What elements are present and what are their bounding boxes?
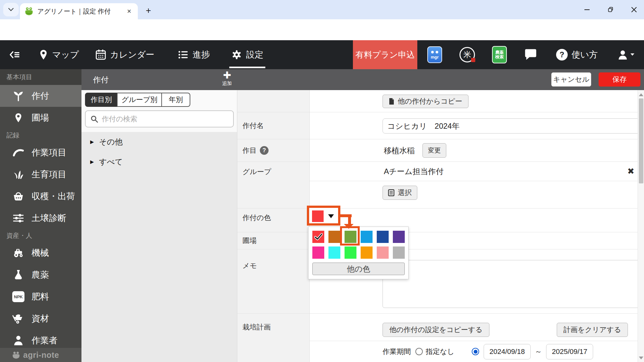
color-swatch[interactable] [361,231,373,243]
tab-close-icon[interactable]: ✕ [125,7,133,15]
sidebar-item-pesticides[interactable]: 農薬 [0,264,81,286]
sidebar-section-basic: 基本項目 [0,69,81,85]
progress-list-icon [178,50,189,60]
color-swatch[interactable] [345,231,356,243]
color-swatch[interactable] [328,231,340,243]
planting-search-box[interactable] [85,110,234,127]
remove-group-icon[interactable]: ✖ [627,166,634,176]
flask-icon [13,269,24,280]
npk-barrel-icon: NPK [12,291,24,302]
agrinote-manager-icon[interactable]: mgr [427,46,442,63]
sidebar-item-work-items[interactable]: 作業項目 [0,142,81,163]
period-separator: ～ [535,347,542,357]
save-button[interactable]: 保存 [599,72,640,87]
select-group-button[interactable]: 選択 [383,186,417,200]
radio-no-period[interactable] [415,348,423,355]
restore-icon [607,6,614,13]
add-button[interactable]: ✚ 追加 [217,70,237,87]
group-row-all[interactable]: ▶ すべて [81,152,237,172]
list-select-icon [388,189,394,196]
pesticide-search-icon[interactable]: 農薬 検索 [492,46,507,63]
frog-eyes-icon [431,51,438,53]
search-input[interactable] [102,115,229,123]
sliders-icon [13,213,24,223]
period-start-input[interactable] [484,344,531,359]
radio-period-specified[interactable] [472,348,479,355]
window-minimize-button[interactable] [580,0,594,19]
sidebar-item-materials[interactable]: 資材 [0,308,81,330]
scroll-up-icon[interactable] [639,93,643,96]
nav-item-map[interactable]: マップ [39,40,79,69]
sidebar-item-soil-diagnosis[interactable]: 土壌診断 [0,207,81,229]
color-swatch[interactable] [377,231,389,243]
new-tab-button[interactable]: + [143,5,154,16]
wheelbarrow-icon [12,313,24,324]
sidebar-item-growth-items[interactable]: 生育項目 [0,163,81,185]
window-restore-button[interactable] [603,0,618,19]
rice-app-icon[interactable]: 米 [459,47,475,62]
planting-list-panel: 作目別 グループ別 年別 ▶ その他 ▶ すべて [81,90,237,362]
sidebar-item-fertilizers[interactable]: NPK 肥料 [0,286,81,308]
scrollbar-thumb[interactable] [639,98,643,183]
tab-by-group[interactable]: グループ別 [117,93,162,107]
sidebar-item-field[interactable]: 圃場 [0,107,81,129]
group-label-all: すべて [99,157,123,167]
clear-plan-button[interactable]: 計画をクリアする [557,323,628,337]
question-icon: ? [556,49,568,60]
nav-item-progress[interactable]: 進捗 [178,40,210,69]
color-swatch[interactable] [377,246,389,259]
nav-item-calendar[interactable]: カレンダー [95,40,155,69]
change-crop-button[interactable]: 変更 [422,143,446,158]
color-swatch[interactable] [345,246,356,259]
color-swatch[interactable] [393,246,405,259]
color-swatch[interactable] [328,246,340,259]
planting-name-input[interactable] [383,118,644,134]
group-row-others[interactable]: ▶ その他 [81,132,237,152]
basket-icon [13,191,24,202]
label-field: 圃場 [237,232,310,249]
feedback-chat-button[interactable] [524,48,538,63]
search-icon [90,115,99,123]
sidebar-item-planting[interactable]: 作付 [0,85,81,107]
group-label-others: その他 [99,137,123,147]
scroll-down-icon[interactable] [639,357,643,359]
copy-from-other-button[interactable]: 他の作付からコピー [383,95,469,108]
tab-by-year[interactable]: 年別 [161,93,190,107]
sidebar-label-growth-items: 生育項目 [32,169,66,180]
color-swatch[interactable] [393,231,405,243]
tab-by-crop[interactable]: 作目別 [85,93,118,107]
memo-textarea[interactable] [383,260,644,308]
rice-label: 米 [463,50,471,60]
app-nav: マップ カレンダー 進捗 [0,40,644,69]
no-period-label[interactable]: 指定なし [426,347,454,357]
help-button[interactable]: ? 使い方 [556,40,598,69]
account-menu-button[interactable] [617,40,635,69]
color-swatch[interactable] [312,246,324,259]
cancel-button[interactable]: キャンセル [551,72,591,87]
work-period-label: 作業期間 [383,347,411,357]
sidebar-label-fertilizers: 肥料 [32,291,49,302]
window-close-button[interactable] [627,0,641,19]
vertical-scrollbar[interactable] [638,90,644,362]
tab-search-button[interactable] [3,3,19,16]
color-swatch[interactable] [312,231,324,243]
label-cultivation-plan: 栽培計画 [237,314,310,362]
agrinote-logo-text: agri-note [23,350,59,360]
nav-item-settings[interactable]: 設定 [231,40,263,69]
planting-group-list: ▶ その他 ▶ すべて [81,132,237,362]
color-swatch[interactable] [361,246,373,259]
sidebar-item-machines[interactable]: 機械 [0,242,81,264]
sidebar-label-field: 圃場 [32,112,49,124]
sidebar-label-planting: 作付 [32,90,49,102]
color-dropdown-button[interactable] [309,208,338,225]
paid-plan-button[interactable]: 有料プラン申込 [353,40,417,69]
sidebar-collapse-button[interactable] [8,40,21,69]
screen: アグリノート｜設定 作付 ✕ + ← → ↻ agri-note.jp/b/ma… [0,0,644,362]
period-end-input[interactable] [546,344,593,359]
copy-settings-button[interactable]: 他の作付の設定をコピーする [383,323,489,337]
other-color-button[interactable]: 他の色 [312,263,405,275]
browser-tab[interactable]: アグリノート｜設定 作付 ✕ [20,3,138,19]
help-icon[interactable]: ? [260,146,269,155]
swatch-grid [312,231,404,259]
sidebar-item-harvest-shipping[interactable]: 収穫・出荷 [0,185,81,207]
